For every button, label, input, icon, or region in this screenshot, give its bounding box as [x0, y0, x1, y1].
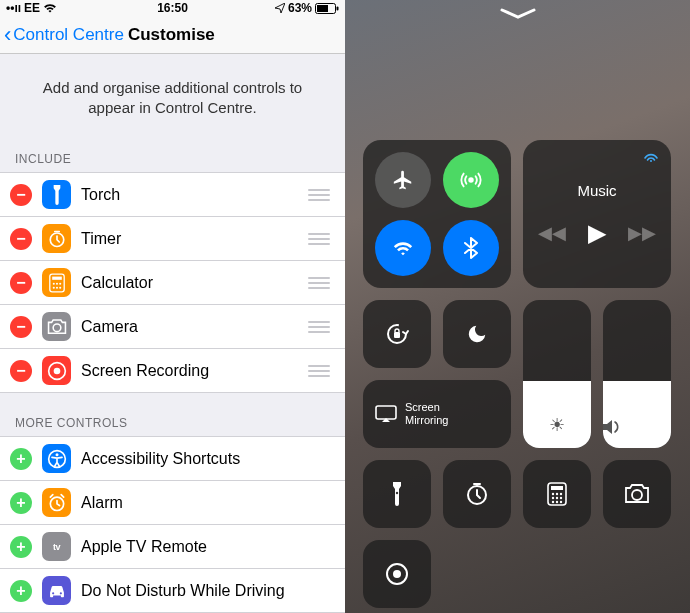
- volume-slider[interactable]: [603, 300, 671, 448]
- drag-handle[interactable]: [308, 189, 330, 201]
- svg-point-18: [52, 592, 54, 594]
- wifi-icon: [43, 3, 57, 13]
- description-text: Add and organise additional controls to …: [0, 54, 345, 147]
- nav-title: Customise: [128, 25, 215, 45]
- svg-point-35: [552, 501, 554, 503]
- svg-point-12: [53, 324, 61, 332]
- status-bar: ••ıı EE 16:50 63%: [0, 0, 345, 17]
- svg-rect-24: [376, 406, 396, 419]
- svg-point-29: [552, 493, 554, 495]
- music-platter[interactable]: Music ◀◀ ▶ ▶▶: [523, 140, 671, 288]
- remove-button[interactable]: −: [10, 272, 32, 294]
- svg-point-9: [52, 287, 54, 289]
- svg-point-38: [632, 490, 642, 500]
- svg-point-19: [59, 592, 61, 594]
- do-not-disturb-button[interactable]: [443, 300, 511, 368]
- app-icon: tv: [42, 532, 71, 561]
- svg-point-34: [560, 497, 562, 499]
- play-button[interactable]: ▶: [588, 219, 606, 247]
- camera-button[interactable]: [603, 460, 671, 528]
- connectivity-platter: [363, 140, 511, 288]
- airplay-indicator-icon: [643, 150, 659, 162]
- remove-button[interactable]: −: [10, 316, 32, 338]
- list-row: −Calculator: [0, 261, 345, 305]
- brightness-slider[interactable]: ☀︎: [523, 300, 591, 448]
- brightness-icon: ☀︎: [523, 414, 591, 436]
- app-icon: [42, 488, 71, 517]
- list-row: −Camera: [0, 305, 345, 349]
- row-label: Screen Recording: [81, 362, 298, 380]
- svg-rect-23: [394, 332, 400, 338]
- section-header-more: MORE CONTROLS: [0, 410, 345, 436]
- settings-pane: ••ıı EE 16:50 63% ‹ Control Centre Custo…: [0, 0, 345, 613]
- svg-point-21: [650, 160, 652, 162]
- svg-rect-2: [337, 6, 339, 10]
- signal-icon: ••ıı: [6, 1, 21, 15]
- svg-point-10: [55, 287, 57, 289]
- remove-button[interactable]: −: [10, 228, 32, 250]
- row-label: Calculator: [81, 274, 298, 292]
- add-button[interactable]: +: [10, 536, 32, 558]
- orientation-lock-button[interactable]: [363, 300, 431, 368]
- bluetooth-button[interactable]: [443, 220, 499, 276]
- row-label: Timer: [81, 230, 298, 248]
- add-button[interactable]: +: [10, 492, 32, 514]
- nav-bar: ‹ Control Centre Customise: [0, 17, 345, 54]
- remove-button[interactable]: −: [10, 184, 32, 206]
- svg-point-11: [59, 287, 61, 289]
- row-label: Do Not Disturb While Driving: [81, 582, 330, 600]
- drag-handle[interactable]: [308, 365, 330, 377]
- torch-button[interactable]: [363, 460, 431, 528]
- drag-handle[interactable]: [308, 321, 330, 333]
- drag-handle[interactable]: [308, 233, 330, 245]
- carrier-label: EE: [24, 1, 40, 15]
- cellular-data-button[interactable]: [443, 152, 499, 208]
- screen-recording-button[interactable]: [363, 540, 431, 608]
- list-row: +Do Not Disturb While Driving: [0, 569, 345, 613]
- svg-point-8: [59, 283, 61, 285]
- remove-button[interactable]: −: [10, 360, 32, 382]
- timer-button[interactable]: [443, 460, 511, 528]
- calculator-button[interactable]: [523, 460, 591, 528]
- music-controls: ◀◀ ▶ ▶▶: [538, 219, 656, 247]
- next-track-button[interactable]: ▶▶: [628, 222, 656, 244]
- list-row: +Alarm: [0, 481, 345, 525]
- list-row: +tvApple TV Remote: [0, 525, 345, 569]
- app-icon: [42, 312, 71, 341]
- row-label: Camera: [81, 318, 298, 336]
- chevron-left-icon: ‹: [4, 24, 11, 46]
- section-header-include: INCLUDE: [0, 146, 345, 172]
- volume-icon: [603, 418, 671, 436]
- drag-handle[interactable]: [308, 277, 330, 289]
- app-icon: [42, 356, 71, 385]
- airplane-mode-button[interactable]: [375, 152, 431, 208]
- svg-point-33: [556, 497, 558, 499]
- svg-rect-1: [317, 5, 328, 12]
- battery-pct: 63%: [288, 1, 312, 15]
- svg-rect-5: [52, 276, 62, 279]
- row-label: Apple TV Remote: [81, 538, 330, 556]
- nav-back-label: Control Centre: [13, 25, 124, 45]
- include-list: −Torch−Timer−Calculator−Camera−Screen Re…: [0, 172, 345, 393]
- app-icon: [42, 268, 71, 297]
- wifi-button[interactable]: [375, 220, 431, 276]
- svg-point-20: [469, 178, 473, 182]
- list-row: −Screen Recording: [0, 349, 345, 393]
- svg-point-16: [55, 453, 58, 456]
- svg-rect-28: [551, 486, 563, 490]
- add-button[interactable]: +: [10, 580, 32, 602]
- screen-mirroring-button[interactable]: Screen Mirroring: [363, 380, 511, 448]
- list-row: −Timer: [0, 217, 345, 261]
- location-icon: [275, 3, 285, 13]
- grabber-handle[interactable]: [500, 8, 536, 20]
- add-button[interactable]: +: [10, 448, 32, 470]
- svg-point-25: [396, 492, 398, 494]
- prev-track-button[interactable]: ◀◀: [538, 222, 566, 244]
- row-label: Accessibility Shortcuts: [81, 450, 330, 468]
- svg-point-7: [55, 283, 57, 285]
- svg-point-14: [53, 367, 60, 374]
- svg-point-36: [556, 501, 558, 503]
- app-icon: [42, 224, 71, 253]
- more-list: +Accessibility Shortcuts+Alarm+tvApple T…: [0, 436, 345, 613]
- nav-back-button[interactable]: ‹ Control Centre: [4, 24, 124, 46]
